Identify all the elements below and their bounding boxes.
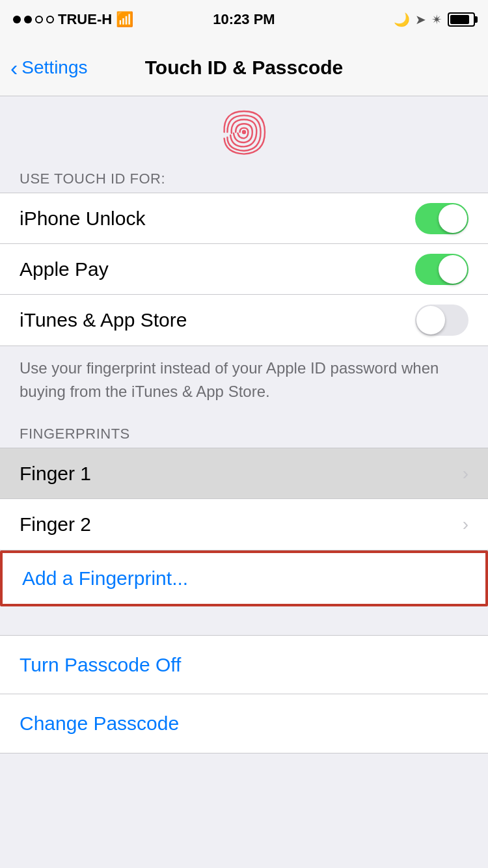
- iphone-unlock-knob: [439, 204, 467, 233]
- signal-dot-1: [13, 16, 21, 23]
- section-gap: [0, 606, 488, 635]
- status-right: 🌙 ➤ ✴: [394, 12, 475, 27]
- add-fingerprint-row[interactable]: Add a Fingerprint...: [3, 553, 485, 604]
- back-arrow-icon: ‹: [10, 57, 18, 79]
- add-fingerprint-group: Add a Fingerprint...: [0, 550, 488, 606]
- bluetooth-icon: ✴: [431, 12, 442, 27]
- app-store-description: Use your fingerprint instead of your App…: [0, 346, 488, 416]
- iphone-unlock-toggle[interactable]: [415, 203, 468, 234]
- fingerprints-header: FINGERPRINTS: [0, 416, 488, 448]
- itunes-toggle[interactable]: [415, 305, 468, 336]
- fingerprint-icon: [218, 106, 270, 158]
- touch-id-group: iPhone Unlock Apple Pay iTunes & App Sto…: [0, 193, 488, 346]
- bottom-gap: [0, 753, 488, 806]
- passcode-group: Turn Passcode Off Change Passcode: [0, 635, 488, 753]
- signal-dot-4: [46, 16, 54, 23]
- wifi-icon: 📶: [116, 11, 133, 28]
- itunes-label: iTunes & App Store: [20, 309, 187, 331]
- location-icon: ➤: [415, 12, 426, 27]
- turn-passcode-off-row[interactable]: Turn Passcode Off: [0, 636, 488, 694]
- fingerprints-group: Finger 1 › Finger 2 ›: [0, 448, 488, 550]
- itunes-knob: [416, 306, 445, 334]
- apple-pay-row: Apple Pay: [0, 244, 488, 295]
- add-fingerprint-label: Add a Fingerprint...: [22, 567, 188, 590]
- svg-point-0: [242, 130, 246, 134]
- finger2-row[interactable]: Finger 2 ›: [0, 499, 488, 550]
- status-bar: TRUE-H 📶 10:23 PM 🌙 ➤ ✴: [0, 0, 488, 39]
- iphone-unlock-label: iPhone Unlock: [20, 208, 145, 230]
- back-button[interactable]: ‹ Settings: [10, 57, 88, 79]
- battery-icon: [448, 12, 475, 27]
- itunes-row: iTunes & App Store: [0, 295, 488, 346]
- carrier-label: TRUE-H: [58, 11, 112, 28]
- finger2-chevron-icon: ›: [463, 514, 468, 535]
- nav-bar: ‹ Settings Touch ID & Passcode: [0, 39, 488, 96]
- back-label[interactable]: Settings: [21, 57, 87, 78]
- finger2-label: Finger 2: [20, 513, 91, 536]
- turn-passcode-off-label: Turn Passcode Off: [20, 654, 181, 676]
- status-left: TRUE-H 📶: [13, 11, 133, 28]
- change-passcode-label: Change Passcode: [20, 712, 179, 735]
- finger1-label: Finger 1: [20, 463, 91, 485]
- use-touch-id-header: USE TOUCH ID FOR:: [0, 161, 488, 193]
- signal-dot-2: [24, 16, 32, 23]
- iphone-unlock-row: iPhone Unlock: [0, 193, 488, 244]
- page-title: Touch ID & Passcode: [145, 57, 344, 79]
- apple-pay-knob: [439, 255, 467, 284]
- battery-fill: [450, 15, 469, 24]
- moon-icon: 🌙: [394, 12, 410, 27]
- status-time: 10:23 PM: [213, 11, 275, 28]
- finger1-chevron-icon: ›: [463, 463, 468, 484]
- apple-pay-toggle[interactable]: [415, 254, 468, 285]
- finger1-row[interactable]: Finger 1 ›: [0, 448, 488, 499]
- signal-dots: [13, 16, 54, 23]
- signal-dot-3: [35, 16, 43, 23]
- apple-pay-label: Apple Pay: [20, 258, 109, 280]
- fingerprint-area: [0, 96, 488, 161]
- change-passcode-row[interactable]: Change Passcode: [0, 694, 488, 753]
